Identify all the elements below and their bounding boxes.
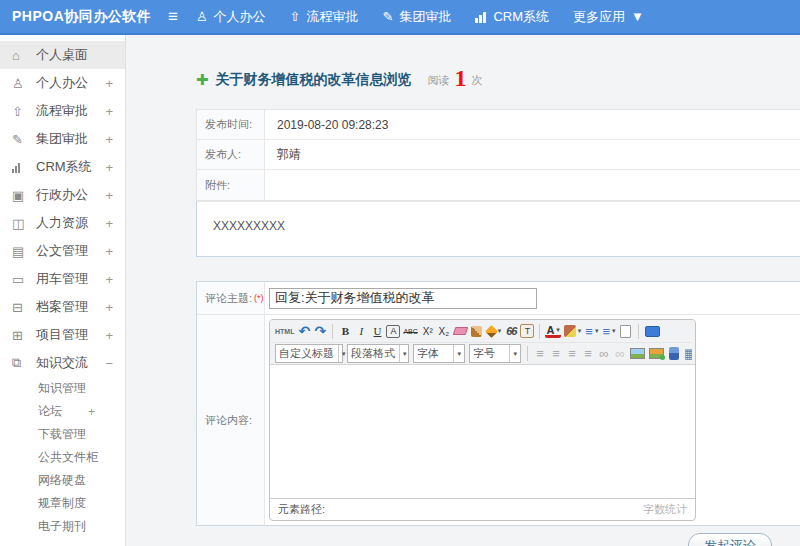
comment-footer: 发起评论 — [196, 526, 800, 546]
sidebar-item[interactable]: ◫人力资源+ — [0, 209, 125, 237]
unlink-icon[interactable]: ∞ — [613, 345, 627, 363]
editor-select-4[interactable]: 字号▾ — [469, 344, 521, 363]
read-count: 1 — [455, 65, 467, 92]
read-label: 阅读 — [428, 73, 450, 88]
media-icon[interactable] — [667, 345, 681, 363]
remove-format-icon[interactable]: A — [386, 325, 400, 338]
image-icon[interactable] — [629, 345, 646, 363]
sidebar-subitem[interactable]: 规章制度 — [0, 492, 125, 515]
link-icon[interactable]: ∞ — [597, 345, 611, 363]
align-left-icon[interactable]: ≡ — [533, 345, 547, 363]
ordered-list-icon[interactable]: ≡▾ — [584, 322, 599, 340]
fullscreen-icon[interactable] — [644, 322, 661, 340]
expand-icon[interactable]: + — [105, 188, 113, 203]
sidebar-item[interactable]: ⌂个人桌面 — [0, 41, 125, 69]
compose-icon: ✎ — [12, 132, 28, 147]
highlight-icon[interactable]: ▾ — [563, 322, 583, 340]
editor-select-2[interactable]: 段落格式▾ — [347, 344, 409, 363]
font-color-icon[interactable]: A▾ — [545, 324, 560, 338]
expand-icon[interactable]: + — [105, 244, 113, 259]
top-menu-item[interactable]: ✎集团审批 — [382, 8, 451, 26]
format-paint-icon[interactable]: ▾ — [486, 322, 503, 340]
editor-statusbar: 元素路径: 字数统计 — [270, 498, 695, 520]
info-row: 附件: — [197, 170, 800, 200]
expand-icon[interactable]: + — [88, 405, 95, 419]
unordered-list-icon[interactable]: ≡▾ — [601, 322, 616, 340]
expand-icon[interactable]: + — [105, 272, 113, 287]
new-page-icon[interactable] — [619, 322, 633, 340]
bar-chart-icon — [12, 162, 28, 173]
underline-icon[interactable]: U — [370, 322, 384, 340]
expand-icon[interactable]: + — [105, 300, 113, 315]
hamburger-menu-icon[interactable]: ≡ — [168, 8, 178, 25]
editor-select-1[interactable]: 自定义标题▾ — [275, 344, 343, 363]
sidebar-subitem[interactable]: 论坛+ — [0, 400, 125, 423]
align-justify-icon[interactable]: ≡ — [581, 345, 595, 363]
expand-icon[interactable]: − — [105, 356, 113, 371]
subscript-icon[interactable]: X₂ — [437, 322, 451, 340]
sidebar-item[interactable]: ✎集团审批+ — [0, 125, 125, 153]
sidebar-item-label: 公文管理 — [36, 242, 105, 260]
top-menu-item[interactable]: 更多应用▼ — [573, 8, 650, 26]
sidebar-subitem[interactable]: 下载管理 — [0, 423, 125, 446]
align-center-icon[interactable]: ≡ — [549, 345, 563, 363]
blockquote-icon[interactable]: 66 — [504, 322, 518, 340]
top-menu-item[interactable]: ♙个人办公 — [196, 8, 266, 26]
sidebar-item[interactable]: ⊟档案管理+ — [0, 293, 125, 321]
sidebar-subitem-label: 公共文件柜 — [38, 449, 98, 466]
align-right-icon[interactable]: ≡ — [565, 345, 579, 363]
submit-comment-button[interactable]: 发起评论 — [688, 533, 772, 546]
redo-icon[interactable]: ↷ — [313, 322, 327, 340]
home-icon: ⌂ — [12, 48, 28, 63]
sidebar-item[interactable]: ⧉知识交流− — [0, 349, 125, 377]
briefcase-icon: ▣ — [12, 188, 28, 203]
sidebar-subitem[interactable]: 网络硬盘 — [0, 469, 125, 492]
bold-icon[interactable]: B — [338, 322, 352, 340]
read-unit: 次 — [472, 73, 483, 88]
eraser-icon[interactable] — [453, 322, 468, 340]
info-row: 发布人:郭靖 — [197, 140, 800, 170]
sidebar-item[interactable]: ⊞项目管理+ — [0, 321, 125, 349]
word-count-label: 字数统计 — [643, 502, 687, 517]
person-icon: ♙ — [12, 76, 28, 91]
clean-icon[interactable] — [470, 322, 484, 340]
toolbar-separator — [539, 324, 540, 339]
strikethrough-icon[interactable]: ABC — [402, 322, 418, 340]
main-content: ✚ 关于财务增值税的改革信息浏览 阅读 1 次 发布时间:2019-08-20 … — [126, 35, 800, 546]
bar-chart-icon — [475, 11, 487, 23]
insert-image-icon[interactable] — [648, 345, 665, 363]
sidebar-subitem[interactable]: 知识管理 — [0, 377, 125, 400]
sidebar-item[interactable]: ♙个人办公+ — [0, 69, 125, 97]
top-menu-item[interactable]: ⇧流程审批 — [290, 8, 359, 26]
sidebar-subitem-label: 网络硬盘 — [38, 472, 95, 489]
expand-icon[interactable]: + — [105, 328, 113, 343]
sidebar-item[interactable]: ▣行政办公+ — [0, 181, 125, 209]
field-label: 发布人: — [197, 140, 265, 169]
expand-icon[interactable]: + — [105, 216, 113, 231]
editor-select-3[interactable]: 字体▾ — [413, 344, 465, 363]
comment-subject-input[interactable] — [269, 288, 537, 309]
expand-icon[interactable]: + — [105, 104, 113, 119]
expand-icon[interactable]: + — [105, 76, 113, 91]
sidebar-item[interactable]: CRM系统+ — [0, 153, 125, 181]
sidebar-item[interactable]: ▭用车管理+ — [0, 265, 125, 293]
sidebar-subitem[interactable]: 电子期刊 — [0, 515, 125, 538]
info-row: 发布时间:2019-08-20 09:28:23 — [197, 110, 800, 140]
sidebar-subitem[interactable]: 公共文件柜 — [0, 446, 125, 469]
car-icon: ▭ — [12, 272, 28, 287]
top-menu-item[interactable]: CRM系统 — [475, 8, 549, 26]
undo-icon[interactable]: ↶ — [297, 322, 311, 340]
italic-icon[interactable]: I — [354, 322, 368, 340]
paste-text-icon[interactable]: T — [520, 324, 534, 338]
expand-icon[interactable]: + — [105, 160, 113, 175]
top-menu: ♙个人办公⇧流程审批✎集团审批CRM系统更多应用▼ — [196, 8, 674, 26]
sidebar-item[interactable]: ⇧流程审批+ — [0, 97, 125, 125]
sidebar-item-label: 人力资源 — [36, 214, 105, 232]
sidebar-item[interactable]: ▤公文管理+ — [0, 237, 125, 265]
superscript-icon[interactable]: X² — [421, 322, 435, 340]
table-icon[interactable]: ▦ — [683, 345, 692, 363]
editor-content-area[interactable] — [270, 365, 695, 498]
archive-icon: ⊟ — [12, 300, 28, 315]
expand-icon[interactable]: + — [105, 132, 113, 147]
html-icon[interactable]: HTML — [274, 322, 295, 340]
